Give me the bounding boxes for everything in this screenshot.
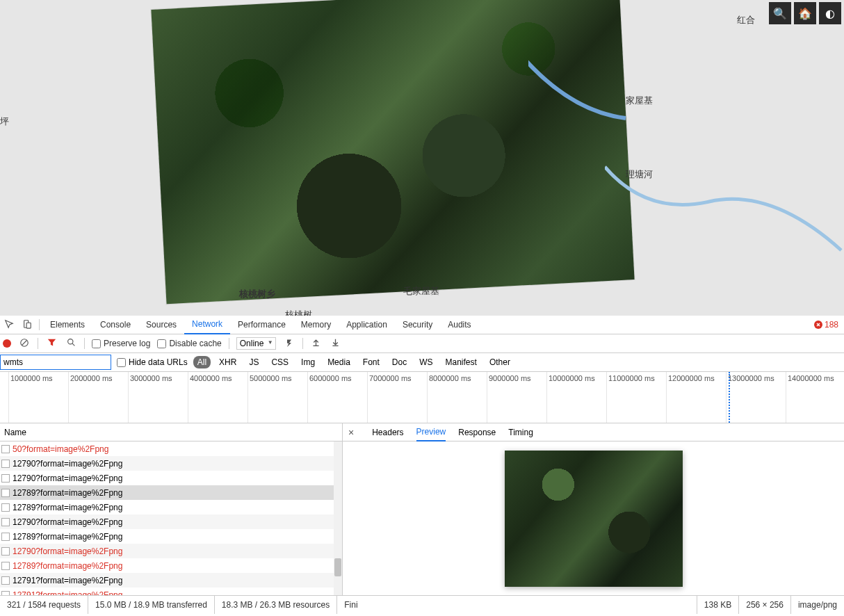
- tab-application[interactable]: Application: [339, 316, 395, 334]
- request-row[interactable]: 12790?format=image%2Fpng: [0, 514, 334, 529]
- request-name: 12789?format=image%2Fpng: [13, 561, 122, 571]
- timeline-tick: 6000000 ms: [307, 372, 308, 423]
- inspect-element-icon[interactable]: [0, 319, 18, 331]
- network-body: Name 50?format=image%2Fpng12790?format=i…: [0, 423, 844, 595]
- tab-console[interactable]: Console: [92, 316, 138, 334]
- search-icon[interactable]: [65, 338, 77, 349]
- disable-cache-label: Disable cache: [169, 339, 221, 348]
- request-row[interactable]: 12789?format=image%2Fpng: [0, 485, 334, 500]
- row-checkbox[interactable]: [1, 503, 10, 512]
- status-cell: 321 / 1584 requests: [0, 596, 88, 614]
- filter-chip-manifest[interactable]: Manifest: [441, 356, 481, 368]
- detail-tab-bar: × HeadersPreviewResponseTiming: [343, 423, 844, 441]
- timeline-tick: 8000000 ms: [427, 372, 428, 423]
- map-viewport[interactable]: 坪 红合 家屋基 理塘河 毛家屋基 核桃树 核桃树乡 🔍 🏠 ◐: [0, 0, 844, 316]
- timeline-tick: 12000000 ms: [666, 372, 667, 423]
- close-detail-icon[interactable]: ×: [348, 427, 354, 438]
- scrollbar-thumb[interactable]: [334, 558, 341, 576]
- request-row[interactable]: 12791?format=image%2Fpng: [0, 587, 334, 595]
- map-search-button[interactable]: 🔍: [769, 2, 791, 24]
- row-checkbox[interactable]: [1, 489, 10, 497]
- svg-line-6: [72, 343, 74, 346]
- export-har-icon[interactable]: [330, 338, 342, 349]
- svg-point-5: [67, 339, 72, 344]
- tab-security[interactable]: Security: [395, 316, 440, 334]
- more-network-icon[interactable]: [283, 339, 295, 349]
- tab-performance[interactable]: Performance: [230, 316, 293, 334]
- status-cell: 138 KB: [697, 596, 739, 614]
- request-row[interactable]: 12790?format=image%2Fpng: [0, 471, 334, 485]
- tab-audits[interactable]: Audits: [440, 316, 478, 334]
- tab-sources[interactable]: Sources: [138, 316, 184, 334]
- throttling-select[interactable]: Online: [236, 337, 276, 350]
- error-count-badge[interactable]: 188: [814, 320, 844, 330]
- devtools-tab-bar: ElementsConsoleSourcesNetworkPerformance…: [0, 316, 844, 334]
- status-cell: 18.3 MB / 26.3 MB resources: [215, 596, 337, 614]
- map-home-button[interactable]: 🏠: [794, 2, 816, 24]
- timeline-tick: 10000000 ms: [546, 372, 547, 423]
- detail-tab-timing[interactable]: Timing: [508, 423, 533, 441]
- disable-cache-checkbox[interactable]: Disable cache: [157, 339, 221, 348]
- request-row[interactable]: 12789?format=image%2Fpng: [0, 529, 334, 544]
- filter-chip-all[interactable]: All: [193, 356, 211, 368]
- row-checkbox[interactable]: [1, 591, 10, 596]
- network-timeline[interactable]: 1000000 ms2000000 ms3000000 ms4000000 ms…: [0, 372, 844, 423]
- request-row[interactable]: 12791?format=image%2Fpng: [0, 573, 334, 587]
- row-checkbox[interactable]: [1, 445, 10, 453]
- filter-chip-media[interactable]: Media: [323, 356, 355, 368]
- status-cell: 256 × 256: [739, 596, 791, 614]
- map-globe-button[interactable]: ◐: [819, 2, 841, 24]
- tab-memory[interactable]: Memory: [293, 316, 339, 334]
- filter-chip-other[interactable]: Other: [485, 356, 514, 368]
- record-button[interactable]: [3, 339, 11, 348]
- request-name: 12790?format=image%2Fpng: [13, 473, 122, 483]
- request-list-header[interactable]: Name: [0, 423, 342, 441]
- tab-elements[interactable]: Elements: [42, 316, 92, 334]
- request-name: 12791?format=image%2Fpng: [13, 590, 122, 596]
- filter-chip-img[interactable]: Img: [297, 356, 319, 368]
- detail-tab-response[interactable]: Response: [458, 423, 496, 441]
- import-har-icon[interactable]: [310, 338, 323, 349]
- timeline-tick: 14000000 ms: [786, 372, 786, 423]
- filter-chip-js[interactable]: JS: [245, 356, 263, 368]
- map-label: 理塘河: [626, 168, 653, 181]
- request-name: 12789?format=image%2Fpng: [13, 532, 122, 542]
- request-row[interactable]: 50?format=image%2Fpng: [0, 441, 334, 456]
- request-row[interactable]: 12789?format=image%2Fpng: [0, 558, 334, 573]
- clear-button[interactable]: [18, 338, 31, 350]
- detail-tab-preview[interactable]: Preview: [416, 423, 446, 441]
- request-detail-panel: × HeadersPreviewResponseTiming: [343, 423, 844, 595]
- row-checkbox[interactable]: [1, 576, 10, 585]
- request-name: 12791?format=image%2Fpng: [13, 576, 122, 585]
- filter-input[interactable]: [0, 355, 111, 370]
- request-row[interactable]: 12790?format=image%2Fpng: [0, 456, 334, 471]
- row-checkbox[interactable]: [1, 474, 10, 483]
- filter-chip-css[interactable]: CSS: [267, 356, 293, 368]
- map-label: 红合: [737, 14, 755, 26]
- row-checkbox[interactable]: [1, 518, 10, 526]
- filter-chip-ws[interactable]: WS: [415, 356, 437, 368]
- hide-data-urls-checkbox[interactable]: Hide data URLs: [117, 357, 188, 367]
- preserve-log-checkbox[interactable]: Preserve log: [92, 339, 150, 348]
- row-checkbox[interactable]: [1, 547, 10, 556]
- request-list-scrollbar[interactable]: [334, 441, 342, 595]
- tab-network[interactable]: Network: [184, 316, 230, 334]
- detail-tab-headers[interactable]: Headers: [372, 423, 403, 441]
- status-cell: 15.0 MB / 18.9 MB transferred: [88, 596, 215, 614]
- request-row[interactable]: 12790?format=image%2Fpng: [0, 544, 334, 558]
- map-label: 坪: [0, 115, 9, 128]
- timeline-tick: 13000000 ms: [726, 372, 727, 423]
- filter-chip-xhr[interactable]: XHR: [215, 356, 241, 368]
- row-checkbox[interactable]: [1, 460, 10, 468]
- request-name: 12789?format=image%2Fpng: [13, 488, 122, 498]
- filter-chip-font[interactable]: Font: [359, 356, 384, 368]
- status-cell: Fini: [337, 596, 364, 614]
- filter-toggle-icon[interactable]: [45, 338, 58, 349]
- timeline-tick: 4000000 ms: [188, 372, 188, 423]
- request-row[interactable]: 12789?format=image%2Fpng: [0, 500, 334, 514]
- row-checkbox[interactable]: [1, 533, 10, 541]
- device-toolbar-icon[interactable]: [18, 319, 36, 331]
- timeline-current-marker[interactable]: [729, 372, 730, 423]
- row-checkbox[interactable]: [1, 562, 10, 570]
- filter-chip-doc[interactable]: Doc: [388, 356, 411, 368]
